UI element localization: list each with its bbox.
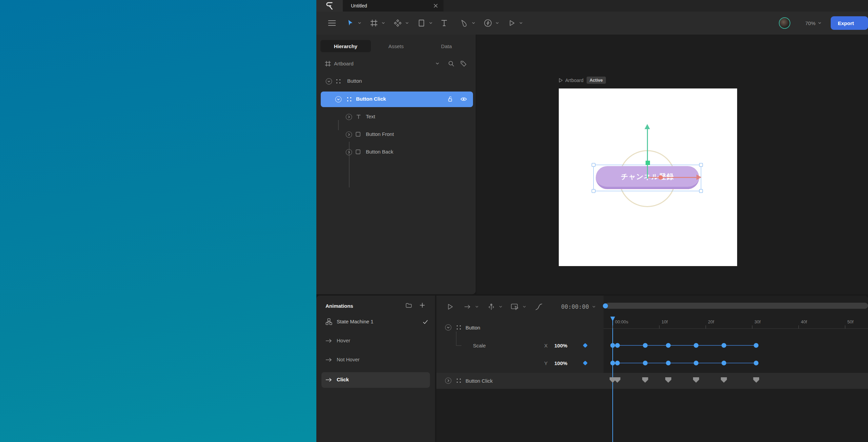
timeline-range-handle[interactable] <box>603 303 608 308</box>
group-keyframe-marker[interactable] <box>614 377 620 383</box>
tag-icon[interactable] <box>460 60 467 67</box>
selection-handle[interactable] <box>592 189 595 193</box>
expand-chevron-icon[interactable] <box>325 78 333 85</box>
menu-button[interactable] <box>325 16 339 30</box>
animation-item-not-hover[interactable]: Not Hover <box>316 354 435 366</box>
group-keyframe-marker[interactable] <box>753 377 759 383</box>
collapsed-chevron-icon[interactable] <box>345 131 353 138</box>
gizmo-x-axis[interactable] <box>648 177 696 178</box>
selection-handle[interactable] <box>699 189 703 193</box>
stage-canvas[interactable]: Artboard Active チャンネル登録 <box>476 35 868 294</box>
keyframe[interactable] <box>615 361 620 365</box>
auto-key-button[interactable] <box>508 300 522 314</box>
time-display-chevron[interactable] <box>592 300 596 314</box>
timeline-graph[interactable]: 00:00s10f20f30f40f50f <box>604 296 868 442</box>
artboard-selector-row[interactable]: Artboard <box>316 58 476 70</box>
artboard-play-icon[interactable] <box>559 78 563 83</box>
visibility-eye-icon[interactable] <box>460 96 467 103</box>
animation-item-click[interactable]: Click <box>316 374 435 386</box>
app-logo-button[interactable] <box>316 0 343 12</box>
gizmo-origin-dot[interactable] <box>658 175 663 180</box>
folder-icon[interactable] <box>405 302 412 309</box>
tree-row-button[interactable]: Button <box>316 74 476 89</box>
artboard-selector-chevron[interactable] <box>436 62 439 65</box>
expand-chevron-icon[interactable] <box>335 96 342 103</box>
add-keyframe-x-button[interactable] <box>583 343 588 348</box>
group-keyframe-marker[interactable] <box>693 377 699 383</box>
keyframe[interactable] <box>610 361 615 365</box>
track-collapsed-chevron[interactable] <box>445 377 452 384</box>
gizmo-y-handle[interactable] <box>646 161 650 165</box>
text-tool-button[interactable] <box>438 16 450 30</box>
tree-row-button-click[interactable]: Button Click <box>316 92 476 107</box>
shape-tool-button[interactable] <box>415 16 428 30</box>
keyframe[interactable] <box>754 361 758 365</box>
tree-row-button-back[interactable]: Button Back <box>316 144 476 160</box>
pen-tool-chevron[interactable] <box>471 16 476 30</box>
artboard-header[interactable]: Artboard Active <box>559 77 606 84</box>
animation-item-hover[interactable]: Hover <box>316 335 435 347</box>
keyframe[interactable] <box>643 361 648 365</box>
events-tool-chevron[interactable] <box>495 16 499 30</box>
state-machine-item[interactable]: State Machine 1 <box>316 316 435 328</box>
play-mode-button[interactable] <box>505 16 518 30</box>
search-icon[interactable] <box>448 60 455 67</box>
events-tool-button[interactable] <box>481 16 495 30</box>
pen-tool-button[interactable] <box>457 16 471 30</box>
select-tool-chevron[interactable] <box>357 16 362 30</box>
zoom-control[interactable]: 70% <box>805 20 821 26</box>
track-name-button[interactable]: Button <box>466 325 480 330</box>
channel-value-x[interactable]: 100% <box>554 343 567 348</box>
timeline-play-button[interactable] <box>443 300 457 314</box>
group-keyframe-marker[interactable] <box>721 377 727 383</box>
keyframe[interactable] <box>643 343 648 348</box>
add-animation-icon[interactable] <box>419 302 426 309</box>
keyframe[interactable] <box>615 343 620 348</box>
loop-mode-chevron[interactable] <box>474 300 479 314</box>
auto-key-chevron[interactable] <box>522 300 527 314</box>
tree-row-button-front[interactable]: Button Front <box>316 127 476 142</box>
add-keyframe-y-button[interactable] <box>583 361 588 365</box>
tab-hierarchy[interactable]: Hierarchy <box>320 40 371 52</box>
export-button[interactable]: Export <box>831 16 868 30</box>
keyframe[interactable] <box>722 343 726 348</box>
timeline-scrollbar[interactable] <box>605 303 868 309</box>
tab-assets[interactable]: Assets <box>371 40 421 52</box>
keyframe[interactable] <box>722 361 726 365</box>
group-keyframe-marker[interactable] <box>642 377 648 383</box>
track-name-scale[interactable]: Scale <box>473 343 486 348</box>
selection-handle[interactable] <box>699 163 703 167</box>
interpolation-button[interactable] <box>485 300 498 314</box>
keyframe[interactable] <box>754 343 758 348</box>
track-name-button-click[interactable]: Button Click <box>466 378 493 384</box>
ease-curve-button[interactable] <box>532 300 546 314</box>
artboard-tool-button[interactable] <box>367 16 381 30</box>
tab-close-icon[interactable] <box>433 3 439 9</box>
transform-tool-chevron[interactable] <box>405 16 409 30</box>
keyframe[interactable] <box>610 343 615 348</box>
select-tool-button[interactable] <box>343 16 357 30</box>
keyframe[interactable] <box>694 361 698 365</box>
artboard-name[interactable]: Artboard <box>565 78 584 83</box>
track-expand-chevron[interactable] <box>445 324 452 331</box>
collapsed-chevron-icon[interactable] <box>345 113 353 121</box>
lock-open-icon[interactable] <box>447 96 454 102</box>
transform-tool-button[interactable] <box>391 16 405 30</box>
document-tab[interactable]: Untitled <box>343 0 443 12</box>
play-mode-chevron[interactable] <box>518 16 523 30</box>
keyframe[interactable] <box>666 361 671 365</box>
channel-value-y[interactable]: 100% <box>554 360 567 366</box>
time-display[interactable]: 00:00:00 <box>561 303 589 310</box>
keyframe[interactable] <box>694 343 698 348</box>
loop-mode-button[interactable] <box>461 300 474 314</box>
artboard-tool-chevron[interactable] <box>381 16 386 30</box>
interpolation-chevron[interactable] <box>498 300 503 314</box>
collapsed-chevron-icon[interactable] <box>345 148 353 156</box>
tree-row-text[interactable]: Text <box>316 109 476 125</box>
selection-handle[interactable] <box>592 163 595 167</box>
gizmo-y-axis[interactable] <box>647 129 648 179</box>
tab-data[interactable]: Data <box>421 40 472 52</box>
shape-tool-chevron[interactable] <box>428 16 433 30</box>
keyframe[interactable] <box>666 343 671 348</box>
user-avatar[interactable] <box>779 17 790 29</box>
